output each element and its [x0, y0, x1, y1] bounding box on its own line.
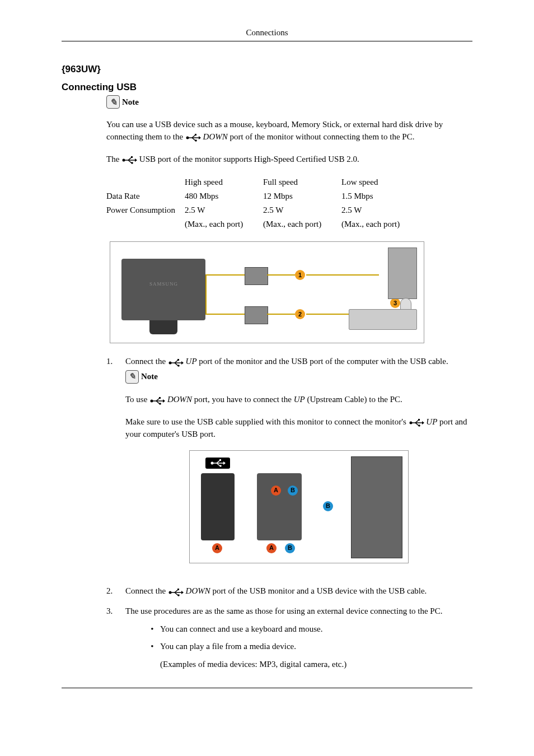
step-text: Connect the [125, 586, 168, 595]
svg-rect-31 [159, 397, 161, 399]
usb-icon [121, 156, 137, 164]
up-port-label: UP [294, 395, 305, 404]
table-cell: 2.5 W [341, 203, 420, 217]
monitor-port-graphic [201, 473, 235, 540]
down-port-label: DOWN [203, 132, 228, 141]
footer-rule [62, 688, 472, 688]
svg-marker-54 [181, 591, 184, 594]
note-icon: ✎ [106, 95, 120, 109]
table-header: Full speed [263, 175, 341, 189]
page-header: Connections [62, 28, 472, 41]
callout-badge-2: 2 [295, 309, 305, 319]
port-graphic [245, 306, 268, 324]
intro-text: port of the monitor without connecting t… [229, 132, 414, 141]
table-row-label: Data Rate [106, 189, 185, 203]
port-graphic [245, 267, 268, 285]
svg-point-25 [177, 365, 180, 367]
list-item: You can connect and use a keyboard and m… [160, 623, 322, 636]
table-cell: 1.5 Mbps [341, 189, 420, 203]
table-row-label: Power Consumption [106, 203, 185, 217]
up-port-label: UP [186, 357, 197, 366]
note-label: Note [141, 371, 158, 383]
note-text: port, you have to connect the [194, 395, 294, 404]
section-title: Connecting USB [62, 82, 472, 93]
svg-rect-38 [418, 419, 420, 421]
intro-paragraph-1: You can use a USB device such as a mouse… [106, 119, 472, 143]
cable-plug-graphic [257, 473, 302, 540]
callout-badge-a: A [212, 543, 222, 553]
usb-icon [409, 418, 424, 426]
callout-badge-b: B [285, 543, 295, 553]
svg-marker-47 [223, 461, 226, 465]
svg-point-5 [195, 140, 197, 142]
step-number: 1. [106, 356, 125, 577]
svg-rect-52 [177, 589, 179, 590]
note-label: Note [122, 97, 139, 107]
model-heading: {963UW} [62, 64, 472, 75]
table-header: High speed [185, 175, 263, 189]
step-number: 3. [106, 605, 125, 671]
spec-table: High speed Full speed Low speed Data Rat… [106, 175, 420, 231]
intro-text: USB port of the monitor supports High-Sp… [139, 155, 359, 164]
connection-diagram-2: A B B A A B [125, 450, 472, 567]
svg-point-12 [131, 162, 133, 164]
note-block: ✎ Note [106, 95, 472, 109]
svg-point-32 [159, 403, 161, 405]
table-cell: 480 Mbps [185, 189, 263, 203]
step-text: port of the monitor and the USB port of … [199, 357, 448, 366]
step-2: 2. Connect the DOWN port of the USB moni… [106, 585, 472, 598]
step-number: 2. [106, 585, 125, 598]
up-port-label: UP [426, 417, 437, 426]
table-footer: (Max., each port) [185, 217, 263, 231]
intro-text: The [106, 155, 121, 164]
step-text: Connect the [125, 357, 168, 366]
pc-tower-graphic [351, 456, 402, 558]
note-text: To use [125, 395, 149, 404]
step-text: port of the USB monitor and a USB device… [213, 586, 427, 595]
table-cell: 12 Mbps [263, 189, 341, 203]
usb-icon [249, 293, 263, 300]
svg-marker-6 [199, 136, 201, 139]
table-footer: (Max., each port) [263, 217, 341, 231]
pc-tower-graphic [388, 248, 417, 299]
step-3: 3. The use procedures are as the same as… [106, 605, 472, 671]
list-item-sub: (Examples of media devices: MP3, digital… [160, 659, 472, 671]
callout-badge-a: A [266, 543, 277, 553]
usb-icon [249, 254, 263, 261]
bullet-icon: • [144, 623, 160, 636]
monitor-graphic [121, 259, 205, 320]
intro-paragraph-2: The USB port of the monitor supports Hig… [106, 153, 472, 166]
usb-icon [149, 396, 165, 404]
callout-badge-3: 3 [390, 298, 400, 308]
svg-marker-33 [163, 399, 165, 403]
keyboard-graphic [349, 309, 417, 330]
monitor-stand-graphic [149, 320, 177, 334]
svg-marker-19 [261, 297, 263, 300]
svg-point-53 [177, 594, 180, 596]
usb-icon [168, 358, 184, 366]
svg-point-39 [418, 425, 420, 427]
svg-rect-45 [219, 459, 221, 461]
svg-marker-13 [135, 158, 137, 162]
usb-icon [168, 588, 184, 596]
usb-icon [205, 458, 230, 469]
down-port-label: DOWN [186, 586, 210, 595]
svg-rect-4 [195, 134, 196, 136]
svg-marker-40 [422, 421, 424, 424]
svg-marker-26 [181, 361, 184, 365]
down-port-label: DOWN [167, 395, 192, 404]
step-1: 1. Connect the UP port of the monitor an… [106, 356, 472, 577]
table-header: Low speed [341, 175, 420, 189]
bullet-icon: • [144, 641, 160, 653]
table-cell: 2.5 W [263, 203, 341, 217]
note-icon: ✎ [125, 370, 139, 384]
connection-diagram-1: 1 2 3 [62, 241, 472, 346]
usb-icon [185, 133, 201, 141]
svg-point-46 [219, 465, 222, 467]
table-footer: (Max., each port) [341, 217, 420, 231]
callout-badge-1: 1 [295, 270, 305, 280]
callout-badge-b: B [323, 501, 333, 511]
note-text: (Upstream Cable) to the PC. [307, 395, 402, 404]
svg-marker-16 [261, 258, 263, 260]
step-text: The use procedures are as the same as th… [125, 605, 472, 618]
